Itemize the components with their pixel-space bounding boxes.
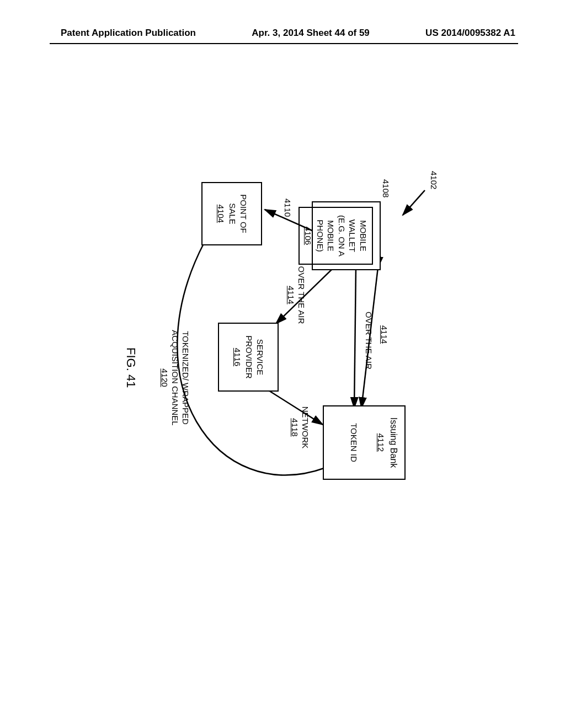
over-the-air-label-2: OVER THE AIR 4114 [286,265,307,325]
header-right: US 2014/0095382 A1 [425,28,515,39]
pos-num: 4104 [216,205,227,223]
network-num: 4118 [290,418,300,436]
service-provider-num: 4116 [232,348,243,366]
ref-4114-top-num: 4114 [379,325,389,344]
over-the-air-2-text: OVER THE AIR [296,265,306,325]
header-rule [50,43,518,44]
service-provider-box: SERVICE PROVIDER 4116 [218,323,279,392]
svg-line-0 [403,190,425,215]
header-left: Patent Application Publication [61,28,196,39]
issuing-bank-box: Issuing Bank 4112 TOKEN ID [323,405,406,480]
mobile-wallet-box: MOBILE WALLET (E.G. ON A MOBILE PHONE) 4… [299,207,373,265]
over-the-air-label-1: OVER THE AIR [363,312,374,370]
network-label: NETWORK 4118 [290,403,311,452]
issuing-bank-num: 4112 [376,433,387,452]
mobile-wallet-line1: MOBILE WALLET [347,209,369,263]
ref-4114-top: 4114 [379,325,389,344]
pos-line2: SALE [227,183,238,244]
svg-line-2 [354,267,356,408]
ref-4108: 4108 [380,179,391,197]
pos-line1: POINT OF [238,183,249,244]
ref-4102: 4102 [428,171,439,189]
figure-label: FIG. 41 [124,347,138,388]
figure-diagram: 4102 4108 MOBILE WALLET (E.G. ON A MOBIL… [66,171,458,491]
network-text: NETWORK [300,403,310,452]
over-the-air-2-num: 4114 [286,286,296,304]
mobile-wallet-line2: (E.G. ON A [337,209,348,263]
tokenized-label: TOKENIZED/ WRAPPED ACQUISITION CHANNEL 4… [159,320,190,436]
ref-4110: 4110 [282,199,292,217]
point-of-sale-box: POINT OF SALE 4104 [201,182,262,245]
token-id-label: TOKEN ID [348,406,359,479]
service-provider-line2: PROVIDER [244,324,255,390]
mobile-wallet-container-box: MOBILE WALLET (E.G. ON A MOBILE PHONE) 4… [312,201,381,270]
tokenized-line2: ACQUISITION CHANNEL [170,320,180,436]
tokenized-line1: TOKENIZED/ WRAPPED [180,320,190,436]
tokenized-num: 4120 [159,368,170,387]
issuing-bank-title: Issuing Bank [387,406,399,479]
mobile-wallet-line3: MOBILE PHONE) [315,209,337,263]
header-center: Apr. 3, 2014 Sheet 44 of 59 [252,28,370,39]
service-provider-line1: SERVICE [255,324,266,390]
mobile-wallet-num: 4106 [303,227,314,245]
